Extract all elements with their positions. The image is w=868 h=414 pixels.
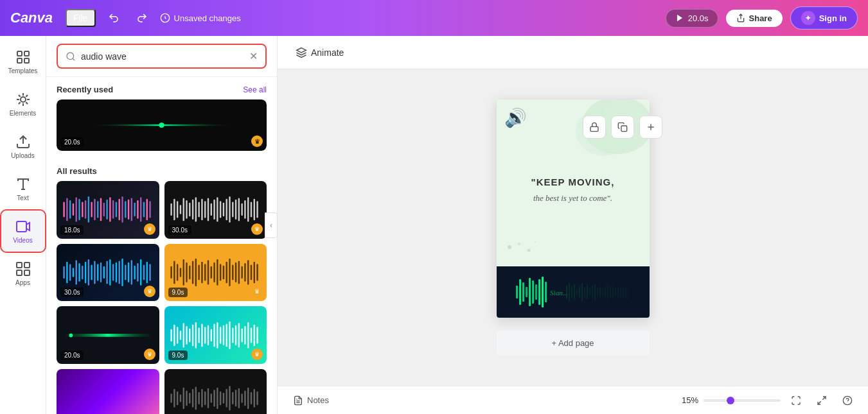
result-item[interactable]: 9.0s ♛	[164, 306, 267, 364]
panel-scroll[interactable]: Recently used See all	[46, 77, 277, 414]
svg-rect-104	[146, 262, 148, 283]
lock-tool-button[interactable]	[583, 116, 606, 139]
svg-rect-147	[202, 323, 203, 347]
notes-button[interactable]: Notes	[288, 393, 334, 408]
svg-rect-102	[140, 259, 141, 286]
result-item[interactable]	[164, 369, 267, 414]
result-item[interactable]	[57, 369, 159, 414]
premium-badge: ♛	[144, 349, 155, 360]
svg-rect-214	[542, 277, 544, 307]
result-item[interactable]: 30.0s ♛	[57, 244, 159, 302]
sidebar-label-elements: Elements	[10, 110, 37, 117]
svg-rect-157	[233, 327, 234, 343]
svg-rect-52	[183, 198, 184, 221]
svg-rect-217	[567, 286, 568, 298]
add-tool-button[interactable]	[639, 116, 662, 139]
svg-rect-194	[257, 391, 258, 405]
sidebar-label-templates: Templates	[8, 67, 38, 74]
svg-rect-70	[238, 198, 240, 221]
unsaved-status: Unsaved changes	[160, 13, 241, 23]
svg-rect-68	[233, 202, 234, 218]
svg-point-6	[21, 97, 26, 102]
audio-waveform-block: Sian...	[497, 266, 650, 318]
search-input-wrapper[interactable]: ✕	[57, 44, 267, 69]
svg-line-245	[818, 401, 821, 404]
svg-rect-189	[242, 393, 243, 402]
svg-rect-107	[174, 261, 175, 284]
clear-search-button[interactable]: ✕	[249, 50, 258, 62]
app-logo: Canva	[10, 10, 53, 26]
svg-rect-30	[97, 202, 98, 218]
recently-used-grid: 20.0s ♛	[46, 99, 277, 159]
result-item[interactable]: 30.0s ♛	[164, 181, 267, 239]
result-item[interactable]: 20.0s ♛	[57, 306, 159, 364]
animate-button[interactable]: Animate	[288, 43, 351, 62]
duration-display[interactable]: 20.0s	[666, 9, 718, 28]
sidebar-item-videos[interactable]: Videos	[1, 211, 45, 252]
svg-rect-238	[621, 288, 622, 297]
svg-rect-179	[211, 393, 212, 402]
svg-rect-188	[238, 388, 240, 408]
svg-rect-167	[174, 389, 175, 408]
svg-rect-74	[251, 202, 252, 218]
recently-used-item[interactable]: 20.0s ♛	[57, 99, 267, 151]
svg-rect-225	[587, 285, 589, 299]
sidebar: Templates Elements Uploads Text	[0, 36, 46, 414]
result-item[interactable]: 18.0s ♛	[57, 181, 159, 239]
notes-icon	[293, 395, 303, 406]
svg-rect-152	[217, 322, 218, 349]
search-bar: ✕	[46, 36, 277, 77]
add-page-button[interactable]: + Add page	[497, 331, 650, 356]
svg-rect-106	[171, 266, 172, 279]
sidebar-item-elements[interactable]: Elements	[1, 83, 45, 125]
svg-rect-90	[103, 266, 105, 279]
waveform-white	[169, 189, 261, 230]
svg-rect-111	[186, 263, 188, 282]
result-item[interactable]: 9.0s ♛	[164, 244, 267, 302]
sidebar-item-text[interactable]: Text	[1, 168, 45, 209]
sidebar-label-videos: Videos	[13, 237, 32, 244]
svg-rect-24	[78, 199, 80, 220]
svg-rect-64	[220, 202, 221, 218]
sidebar-item-uploads[interactable]: Uploads	[1, 126, 45, 167]
svg-rect-215	[545, 282, 547, 302]
svg-rect-5	[24, 58, 29, 63]
fullscreen-button[interactable]	[811, 390, 832, 411]
see-all-link[interactable]: See all	[243, 85, 267, 94]
svg-rect-130	[245, 263, 246, 282]
search-input[interactable]	[81, 51, 244, 62]
svg-rect-162	[247, 322, 249, 349]
redo-button[interactable]	[132, 8, 152, 28]
duration-badge: 30.0s	[168, 225, 191, 235]
sidebar-item-templates[interactable]: Templates	[1, 41, 45, 82]
svg-rect-89	[100, 263, 102, 282]
file-menu[interactable]: File	[66, 9, 96, 27]
svg-rect-72	[245, 200, 246, 219]
svg-rect-144	[192, 325, 193, 346]
svg-rect-49	[174, 199, 175, 220]
zoom-slider[interactable]	[704, 399, 781, 402]
svg-rect-59	[204, 202, 206, 218]
hide-panel-button[interactable]: ‹	[265, 212, 278, 238]
undo-button[interactable]	[103, 8, 124, 28]
fit-button[interactable]	[786, 390, 806, 411]
svg-rect-96	[121, 259, 123, 286]
svg-rect-40	[128, 200, 129, 220]
svg-rect-94	[116, 263, 117, 282]
svg-rect-42	[134, 203, 135, 217]
signin-button[interactable]: ✦ Sign in	[790, 6, 858, 30]
svg-rect-55	[192, 200, 193, 220]
svg-rect-227	[592, 286, 594, 298]
svg-rect-126	[233, 265, 234, 280]
svg-rect-22	[73, 203, 74, 216]
help-button[interactable]	[837, 390, 858, 411]
sidebar-item-apps[interactable]: Apps	[1, 253, 45, 294]
svg-rect-169	[180, 394, 181, 402]
duration-badge: 30.0s	[60, 288, 84, 297]
zoom-level: 15%	[682, 395, 698, 405]
share-button[interactable]: Share	[726, 10, 783, 27]
svg-rect-146	[199, 327, 200, 343]
svg-rect-219	[572, 287, 573, 297]
copy-tool-button[interactable]	[611, 116, 634, 139]
svg-rect-175	[199, 392, 200, 404]
